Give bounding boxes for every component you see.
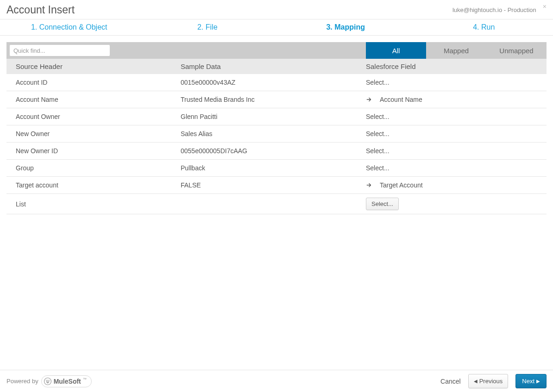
close-icon[interactable]: ×	[543, 3, 547, 10]
sample-data-cell: Glenn Pacitti	[181, 113, 366, 120]
sample-data-cell: 0015e00000v43AZ	[181, 79, 366, 86]
mulesoft-badge: MuleSoft™	[41, 375, 92, 387]
source-header-cell: Account ID	[6, 79, 181, 86]
source-header-cell: List	[6, 200, 181, 208]
previous-button-label: Previous	[479, 378, 503, 385]
salesforce-field-cell[interactable]: Select...	[366, 147, 547, 155]
next-button-label: Next	[522, 378, 534, 385]
sample-data-cell: Sales Alias	[181, 130, 366, 137]
powered-by-label: Powered by	[6, 378, 38, 385]
source-header-cell: Account Owner	[6, 113, 181, 120]
source-header-cell: Target account	[6, 181, 181, 189]
wizard-step-connection[interactable]: 1. Connection & Object	[0, 19, 138, 35]
source-header-cell: New Owner ID	[6, 147, 181, 155]
source-header-cell: New Owner	[6, 130, 181, 137]
salesforce-field-cell[interactable]: Select...	[366, 113, 547, 120]
table-row: ListSelect...	[6, 194, 547, 214]
next-button[interactable]: Next ▶	[515, 374, 547, 388]
sample-data-cell: Pullback	[181, 164, 366, 172]
salesforce-field-cell[interactable]: Select...	[366, 79, 547, 86]
wizard-steps: 1. Connection & Object 2. File 3. Mappin…	[0, 19, 553, 36]
table-row: Target accountFALSETarget Account	[6, 177, 547, 194]
mulesoft-logo-icon	[44, 377, 52, 386]
quick-find-input[interactable]	[9, 44, 110, 56]
salesforce-field-cell[interactable]: Select...	[366, 198, 547, 210]
salesforce-field-cell[interactable]: Account Name	[366, 96, 547, 103]
page-title: Account Insert	[6, 4, 75, 16]
table-row: New Owner ID0055e000005DI7cAAGSelect...	[6, 143, 547, 160]
table-row: New OwnerSales AliasSelect...	[6, 125, 547, 143]
arrow-right-icon	[366, 96, 372, 103]
arrow-right-icon	[366, 182, 372, 188]
wizard-step-run[interactable]: 4. Run	[415, 19, 553, 35]
salesforce-field-cell[interactable]: Select...	[366, 164, 547, 172]
caret-left-icon: ◀	[474, 379, 478, 384]
column-header-source: Source Header	[6, 62, 181, 70]
mapped-field-label: Account Name	[380, 96, 422, 103]
filter-tab-unmapped[interactable]: Unmapped	[486, 42, 547, 59]
sample-data-cell: FALSE	[181, 181, 366, 189]
salesforce-field-cell[interactable]: Select...	[366, 130, 547, 137]
sample-data-cell: Trusted Media Brands Inc	[181, 96, 366, 103]
user-label: luke@hightouch.io - Production	[452, 6, 536, 13]
brand-label: MuleSoft	[54, 378, 81, 385]
table-row: GroupPullbackSelect...	[6, 160, 547, 177]
wizard-step-mapping[interactable]: 3. Mapping	[276, 19, 415, 35]
table-row: Account NameTrusted Media Brands IncAcco…	[6, 91, 547, 108]
column-header-sample: Sample Data	[181, 62, 366, 70]
select-link[interactable]: Select...	[366, 79, 390, 86]
trademark-icon: ™	[83, 377, 87, 381]
mapped-field-label: Target Account	[380, 181, 423, 189]
table-row: Account ID0015e00000v43AZSelect...	[6, 74, 547, 91]
filter-tab-mapped[interactable]: Mapped	[426, 42, 486, 59]
select-link[interactable]: Select...	[366, 164, 390, 172]
toolbar: All Mapped Unmapped	[6, 42, 547, 59]
sample-data-cell: 0055e000005DI7cAAG	[181, 147, 366, 155]
cancel-button[interactable]: Cancel	[440, 378, 461, 385]
wizard-step-file[interactable]: 2. File	[138, 19, 277, 35]
column-header-sf: Salesforce Field	[366, 62, 547, 70]
footer: Powered by MuleSoft™ Cancel ◀ Previous N…	[0, 370, 553, 392]
source-header-cell: Account Name	[6, 96, 181, 103]
previous-button[interactable]: ◀ Previous	[468, 374, 509, 388]
salesforce-field-cell[interactable]: Target Account	[366, 181, 547, 189]
filter-tab-all[interactable]: All	[366, 42, 426, 59]
select-link[interactable]: Select...	[366, 113, 390, 120]
table-row: Account OwnerGlenn PacittiSelect...	[6, 108, 547, 125]
select-button[interactable]: Select...	[366, 198, 399, 210]
caret-right-icon: ▶	[536, 379, 540, 384]
select-link[interactable]: Select...	[366, 130, 390, 137]
source-header-cell: Group	[6, 164, 181, 172]
column-header-row: Source Header Sample Data Salesforce Fie…	[6, 59, 547, 74]
select-link[interactable]: Select...	[366, 147, 390, 155]
